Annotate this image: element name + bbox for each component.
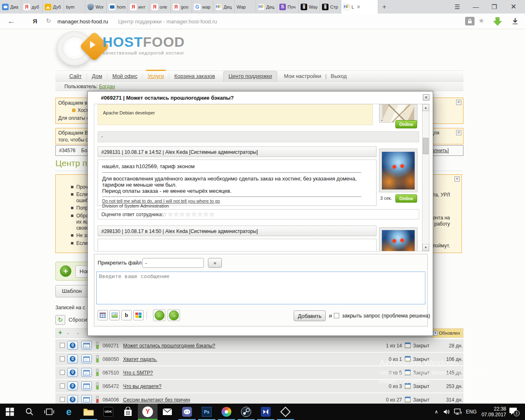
refresh-icon[interactable]: ↻ [46,17,51,25]
info-button[interactable] [67,395,78,404]
row-checkbox[interactable] [60,397,65,402]
start-button[interactable] [0,404,20,420]
row-checkbox[interactable] [60,343,65,348]
message-textarea[interactable] [96,272,425,304]
site-logo[interactable]: HOSTFOOD [103,34,185,50]
maximize-button[interactable]: ❐ [486,0,502,14]
ticket-action-link[interactable]: олнить] [431,148,449,153]
nav-item-office[interactable]: Мой офис [107,73,143,79]
add-attachment-button[interactable]: + [208,258,222,268]
udk-icon[interactable]: UDK [98,404,118,420]
windows-store-icon[interactable] [118,404,138,420]
ticket-title-link[interactable]: Что с SMTP? [123,370,153,376]
browser-tab[interactable]: Way [299,0,320,14]
close-request-checkbox[interactable] [334,313,339,318]
row-checkbox[interactable] [60,356,65,361]
photoshop-icon[interactable]: Ps [197,404,217,420]
back-button-icon[interactable]: ← [7,17,15,26]
url-host[interactable]: manager.host-food.ru [57,18,108,25]
ticket-title-link[interactable]: Хватит падать. [123,356,157,362]
edge-icon[interactable]: e [59,404,79,420]
row-checkbox[interactable] [60,383,65,388]
minimize-button[interactable]: — [468,0,484,14]
nav-item-home[interactable]: Дом [87,73,107,79]
clock[interactable]: 22:38 07.09.2017 [479,404,506,420]
nav-item-settings[interactable]: Мои настройки [280,73,325,79]
bookmark-star-icon[interactable]: ★ [478,16,484,25]
browser-tab-active[interactable]: L✕ [341,0,378,14]
scroll-up-icon[interactable]: ▲ [422,104,429,111]
language-indicator[interactable]: ENG [464,404,478,420]
yandex-browser-icon[interactable]: Y [138,404,158,420]
column-header[interactable]: - [77,331,79,336]
bold-button[interactable]: b [121,310,132,320]
info-button[interactable] [67,368,78,377]
volume-icon[interactable] [442,404,452,420]
discord-icon[interactable] [177,404,197,420]
scroll-down-icon[interactable]: ▼ [422,244,429,251]
reset-filter-icon[interactable]: ↻ [55,315,65,325]
updated-column-header[interactable]: ▼Обновлен [431,329,463,338]
visual-studio-icon[interactable] [256,404,276,420]
insert-blocks-button[interactable] [133,310,144,320]
scrollbar[interactable]: ▲ ▼ [422,104,429,251]
insert-table-button[interactable] [98,310,108,320]
paint-app-icon[interactable] [217,404,236,420]
open-window-button[interactable] [81,381,92,390]
browser-menu-icon[interactable]: ☰ [449,0,466,14]
template-button[interactable]: Шаблон [55,285,88,297]
task-view-icon[interactable] [39,404,59,420]
nav-item-support[interactable]: Центр поддержки [223,71,277,82]
browser-tab[interactable]: bym [64,0,85,14]
nav-item-site[interactable]: Сайт [64,73,87,79]
open-window-button[interactable] [81,395,92,404]
add-reply-button[interactable]: Добавить [294,310,326,321]
prev-button[interactable]: ← [153,309,166,321]
column-header[interactable]: - [67,331,69,336]
tab-close-icon[interactable]: ✕ [356,4,361,10]
nav-item-services[interactable]: Услуги [143,73,169,79]
info-button[interactable] [67,341,78,350]
ticket-title-link[interactable]: Сессии вылетают без причин [123,397,190,403]
network-icon[interactable] [453,404,463,420]
browser-tab[interactable]: wap [192,0,213,14]
rating-stars-icon[interactable] [162,211,215,218]
close-notice-icon[interactable] [456,100,461,105]
scrollbar-thumb[interactable] [423,138,429,154]
close-notice-icon[interactable] [456,130,461,135]
download-arrow-icon[interactable] [492,17,503,28]
user-name-link[interactable]: Богдан [99,84,115,89]
open-window-button[interactable] [81,354,92,363]
insert-image-button[interactable] [110,310,120,320]
add-request-icon[interactable]: + [60,265,71,277]
ticket-title-link[interactable]: Что вы делаете? [123,383,162,389]
browser-tab[interactable]: инт [128,0,149,14]
downloads-icon[interactable] [511,18,519,27]
next-button[interactable]: → [167,309,180,321]
browser-tab[interactable]: Дуб [43,0,64,14]
open-window-button[interactable] [81,341,92,350]
nav-item-logout[interactable]: Выход [326,73,351,79]
tribler-icon[interactable] [276,404,295,420]
nav-item-cart[interactable]: Корзина заказов [169,73,220,79]
info-button[interactable] [67,381,78,390]
close-notice-icon[interactable] [454,176,460,182]
browser-tab[interactable]: Дец [213,0,235,14]
file-explorer-icon[interactable] [79,404,98,420]
steam-icon[interactable] [236,404,256,420]
browser-tab[interactable]: Поч [277,0,299,14]
new-tab-button[interactable]: + [378,0,390,14]
browser-tab[interactable]: Дец [256,0,277,14]
browser-tab[interactable]: оле [149,0,171,14]
ticket-title-link[interactable]: Может остались прошлогодние бэкапы? [123,343,215,349]
tray-chevron-icon[interactable]: ∧ [431,404,441,420]
browser-tab[interactable]: Стр [320,0,341,14]
row-checkbox[interactable] [60,370,65,375]
browser-tab[interactable]: Диа [0,0,21,14]
browser-tab[interactable]: Wap [235,0,256,14]
attach-file-input[interactable] [142,258,204,268]
browser-tab[interactable]: дуб [21,0,43,14]
info-button[interactable] [67,354,78,363]
browser-tab[interactable]: Wor [85,0,107,14]
open-window-button[interactable] [81,368,92,377]
